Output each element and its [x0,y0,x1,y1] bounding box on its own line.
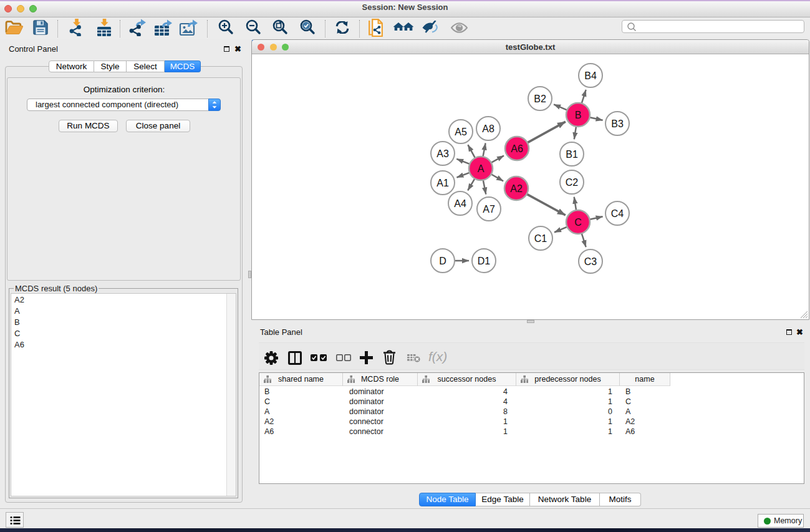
svg-text:B3: B3 [611,118,624,129]
svg-text:C2: C2 [566,177,579,188]
svg-text:B1: B1 [566,149,578,160]
svg-text:A5: A5 [455,127,467,137]
svg-text:B4: B4 [584,70,597,81]
svg-text:D: D [439,256,446,266]
svg-text:B: B [575,110,582,120]
svg-text:A4: A4 [454,198,466,209]
svg-text:f(x): f(x) [428,351,447,364]
svg-text:A6: A6 [511,143,523,154]
svg-text:A3: A3 [436,148,449,159]
svg-text:A: A [478,163,485,174]
svg-text:C3: C3 [584,256,597,267]
svg-text:A7: A7 [483,204,495,215]
svg-text:C4: C4 [611,208,624,219]
svg-text:A2: A2 [510,183,523,194]
svg-text:A8: A8 [482,123,494,134]
svg-text:C1: C1 [534,233,547,244]
svg-text:A1: A1 [436,178,449,188]
svg-text:C: C [574,217,582,228]
svg-text:D1: D1 [478,256,491,266]
svg-text:B2: B2 [534,94,546,104]
